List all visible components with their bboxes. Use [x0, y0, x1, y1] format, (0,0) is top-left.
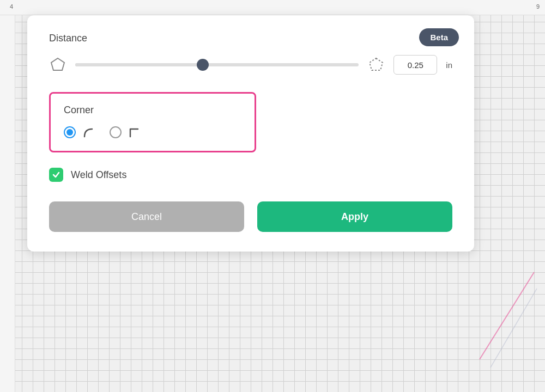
apply-button[interactable]: Apply: [257, 201, 452, 232]
distance-input[interactable]: 0.25: [393, 55, 437, 75]
corner-sharp-option[interactable]: [110, 126, 122, 138]
ruler-number-9: 9: [536, 3, 540, 10]
corner-sharp-radio[interactable]: [110, 126, 122, 138]
weld-offsets-checkbox[interactable]: [49, 168, 63, 182]
slider-thumb[interactable]: [197, 59, 209, 71]
corner-sharp-icon: [126, 125, 141, 140]
slider-fill: [75, 63, 203, 66]
corner-label: Corner: [64, 105, 241, 116]
unit-label: in: [446, 60, 452, 70]
corner-rounded-icon: [80, 125, 95, 140]
offset-dialog: Beta Distance 0.25 in Corner: [27, 15, 474, 252]
corner-rounded-option[interactable]: [64, 126, 76, 138]
weld-offsets-row: Weld Offsets: [49, 168, 452, 182]
svg-marker-3: [370, 58, 383, 70]
weld-offsets-label: Weld Offsets: [71, 169, 126, 181]
distance-label: Distance: [49, 33, 452, 44]
canvas-decoration: [474, 261, 540, 370]
pentagon-solid-icon: [49, 56, 66, 74]
corner-options: [64, 125, 241, 140]
svg-line-1: [491, 289, 537, 367]
corner-rounded-radio[interactable]: [64, 126, 76, 138]
corner-section: Corner: [49, 92, 256, 152]
distance-row: 0.25 in: [49, 55, 452, 75]
ruler-left: [0, 15, 15, 392]
beta-badge: Beta: [419, 28, 459, 46]
buttons-row: Cancel Apply: [49, 201, 452, 232]
checkmark-icon: [52, 170, 60, 179]
svg-line-0: [480, 272, 534, 359]
distance-slider[interactable]: [75, 63, 359, 66]
cancel-button[interactable]: Cancel: [49, 201, 244, 232]
ruler-top: 4 9: [0, 0, 545, 15]
svg-marker-2: [51, 58, 64, 70]
ruler-number-4: 4: [10, 3, 13, 10]
pentagon-dashed-icon: [367, 56, 385, 74]
